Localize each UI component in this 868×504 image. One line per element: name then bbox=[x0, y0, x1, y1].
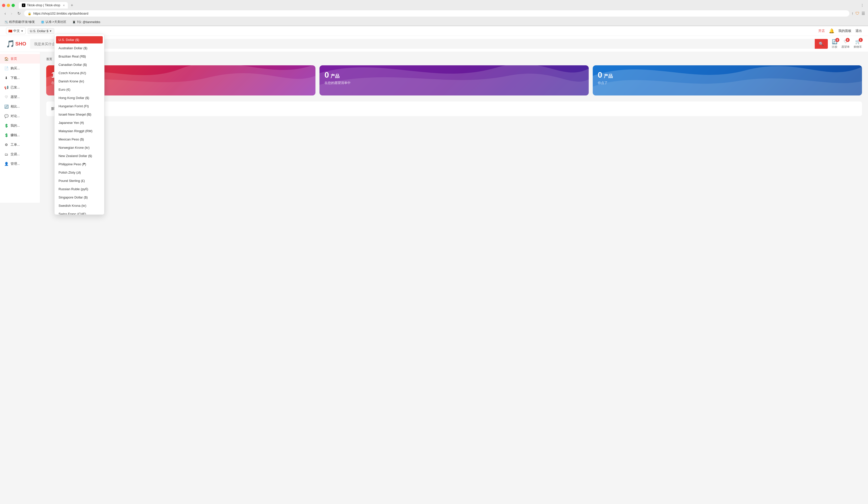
site-header-main: 🎵 SHO 🔍 🔄 0 比较 ♡ 0 愿望单 🛒 1 bbox=[0, 36, 868, 52]
open-store-link[interactable]: 开店 bbox=[818, 29, 825, 33]
language-selector[interactable]: 🇨🇳 中文 ▼ bbox=[6, 28, 25, 34]
sidebar-item-orders[interactable]: 📄 购买... bbox=[0, 64, 40, 73]
wishlist-label: 愿望单 bbox=[841, 45, 850, 49]
sidebar-item-earn[interactable]: 💲 赚钱... bbox=[0, 131, 40, 140]
currency-option-sek[interactable]: Swedish Krona (kr) bbox=[54, 202, 104, 203]
search-input[interactable] bbox=[30, 40, 815, 49]
sidebar-item-shipped[interactable]: 📢 已发... bbox=[0, 83, 40, 92]
sidebar-label-compare: 相比... bbox=[11, 104, 20, 109]
currency-option-pln[interactable]: Polish Zloty (zł) bbox=[54, 168, 104, 177]
header-right-links: 开店 🔔 我的面板 退出 bbox=[818, 28, 862, 34]
bookmark-favicon-3: 📱 bbox=[72, 20, 76, 24]
compare-action[interactable]: 🔄 0 比较 bbox=[832, 39, 837, 49]
bookmark-item-3[interactable]: 📱 TG: @tianmeibbs bbox=[71, 20, 102, 24]
tab-bar: T Tiktok-shop | Tiktok-shop ✕ + ⋮ bbox=[0, 0, 868, 9]
forward-button[interactable]: › bbox=[9, 10, 13, 17]
currency-option-cad[interactable]: Canadian Dollar ($) bbox=[54, 61, 104, 69]
cart-action[interactable]: 🛒 1 购物车 bbox=[854, 39, 862, 49]
currency-option-nok[interactable]: Norwegian Krone (kr) bbox=[54, 143, 104, 152]
logout-link[interactable]: 退出 bbox=[856, 29, 862, 33]
reviews-icon: 💬 bbox=[4, 114, 9, 118]
currency-chevron-icon: ▼ bbox=[50, 30, 52, 32]
cart-badge: 1 bbox=[859, 38, 863, 42]
currency-selector[interactable]: U.S. Dollar $ ▼ bbox=[28, 28, 54, 34]
currency-option-dkk[interactable]: Danish Krone (kr) bbox=[54, 77, 104, 85]
sidebar-item-downloads[interactable]: ⬇ 下载... bbox=[0, 73, 40, 83]
shield-icon[interactable]: 🛡 bbox=[856, 11, 859, 16]
window-controls bbox=[2, 4, 15, 7]
tools-icon: ⚙ bbox=[4, 143, 9, 147]
currency-option-ils[interactable]: Israeli New Sheqel (₪) bbox=[54, 110, 104, 119]
currency-option-usd[interactable]: U.S. Dollar ($) bbox=[56, 36, 103, 43]
sidebar-item-home[interactable]: 🏠 首页 bbox=[0, 54, 40, 64]
sidebar-label-orders: 购买... bbox=[11, 66, 20, 71]
breadcrumb: 首页 bbox=[46, 57, 862, 61]
currency-option-czk[interactable]: Czech Koruna (Kč) bbox=[54, 69, 104, 77]
currency-option-aud[interactable]: Australian Dollar ($) bbox=[54, 44, 104, 52]
sidebar-label-wishlist: 愿望... bbox=[11, 95, 20, 99]
main-content: 首页 1 产品 在您的购物车中 0 产品 bbox=[40, 52, 868, 203]
sidebar-item-reviews[interactable]: 💬 对论... bbox=[0, 111, 40, 121]
wishlist-action[interactable]: ♡ 0 愿望单 bbox=[841, 39, 850, 49]
compare-icon-wrapper: 🔄 0 bbox=[832, 39, 837, 44]
shipped-icon: 📢 bbox=[4, 85, 9, 90]
currency-option-huf[interactable]: Hungarian Forint (Ft) bbox=[54, 102, 104, 110]
cart-icon-wrapper: 🛒 1 bbox=[855, 39, 861, 44]
wave-decoration-purple bbox=[320, 65, 589, 95]
header-actions: 🔄 0 比较 ♡ 0 愿望单 🛒 1 购物车 bbox=[832, 39, 862, 49]
wave-decoration-blue bbox=[593, 65, 862, 95]
currency-option-gbp[interactable]: Pound Sterling (£) bbox=[54, 177, 104, 185]
share-button[interactable]: ↑ bbox=[851, 11, 854, 16]
wishlist-badge: 0 bbox=[846, 38, 850, 42]
currency-option-eur[interactable]: Euro (€) bbox=[54, 85, 104, 94]
currency-option-nzd[interactable]: New Zealand Dollar ($) bbox=[54, 152, 104, 160]
address-section: 默认送货地址 bbox=[46, 102, 862, 116]
bookmark-item-1[interactable]: 🔧 程序搭建/开发/修复 bbox=[3, 19, 37, 24]
sidebar-item-tools[interactable]: ⚙ 工单... bbox=[0, 140, 40, 150]
sidebar-item-compare[interactable]: 🔄 相比... bbox=[0, 102, 40, 111]
sidebar-item-account[interactable]: 👤 管理... bbox=[0, 159, 40, 168]
address-text[interactable]: https://shop102.timibbs.vip/dashboard bbox=[33, 12, 846, 15]
currency-option-myr[interactable]: Malaysian Ringgit (RM) bbox=[54, 127, 104, 135]
minimize-window-button[interactable] bbox=[7, 4, 10, 7]
currency-option-sgd[interactable]: Singapore Dollar ($) bbox=[54, 193, 104, 202]
extensions-button[interactable]: ☰ bbox=[861, 11, 865, 16]
sidebar-label-account: 管理... bbox=[11, 162, 20, 166]
back-button[interactable]: ‹ bbox=[3, 10, 7, 17]
new-tab-button[interactable]: + bbox=[69, 2, 75, 9]
currency-option-rub[interactable]: Russian Ruble (руб) bbox=[54, 185, 104, 193]
breadcrumb-home: 首页 bbox=[46, 57, 52, 61]
tab-close-icon[interactable]: ✕ bbox=[63, 4, 65, 7]
sidebar-item-transactions[interactable]: 🗂 交易... bbox=[0, 150, 40, 159]
wallet-icon: 💲 bbox=[4, 124, 9, 127]
lock-icon: 🔒 bbox=[28, 12, 31, 15]
reload-button[interactable]: ↻ bbox=[16, 10, 22, 17]
compare-label: 比较 bbox=[832, 45, 837, 49]
active-tab[interactable]: T Tiktok-shop | Tiktok-shop ✕ bbox=[19, 2, 68, 9]
bookmark-label-3: TG: @tianmeibbs bbox=[77, 20, 101, 24]
currency-option-jpy[interactable]: Japanese Yen (¥) bbox=[54, 119, 104, 127]
stat-card-wishlist: 0 产品 在您的愿望清单中 bbox=[320, 65, 589, 95]
bookmark-item-2[interactable]: 🌐 认准->天美社区 bbox=[39, 19, 68, 24]
stat-card-clicks: 0 产品 你点了 bbox=[593, 65, 862, 95]
sidebar-item-wallet[interactable]: 💲 我的... bbox=[0, 121, 40, 131]
compare-badge: 0 bbox=[835, 38, 839, 42]
sidebar-item-wishlist[interactable]: ♡ 愿望... bbox=[0, 92, 40, 102]
currency-option-mxn[interactable]: Mexican Peso ($) bbox=[54, 135, 104, 143]
bookmark-favicon-1: 🔧 bbox=[4, 20, 8, 24]
search-button[interactable]: 🔍 bbox=[815, 39, 828, 49]
currency-option-brl[interactable]: Brazilian Real (R$) bbox=[54, 52, 104, 61]
page-layout: 🏠 首页 📄 购买... ⬇ 下载... 📢 已发... ♡ 愿望... 🔄 相… bbox=[0, 52, 868, 203]
dashboard-link[interactable]: 我的面板 bbox=[838, 29, 851, 33]
notification-bell-icon[interactable]: 🔔 bbox=[829, 28, 834, 34]
browser-menu-icon[interactable]: ⋮ bbox=[858, 2, 866, 8]
currency-dropdown: U.S. Dollar ($) Australian Dollar ($) Br… bbox=[54, 34, 104, 203]
bookmark-favicon-2: 🌐 bbox=[41, 20, 44, 24]
currency-option-php[interactable]: Philippine Peso (₱) bbox=[54, 160, 104, 168]
close-window-button[interactable] bbox=[2, 4, 5, 7]
downloads-icon: ⬇ bbox=[4, 76, 9, 80]
account-icon: 👤 bbox=[4, 162, 9, 166]
maximize-window-button[interactable] bbox=[12, 4, 15, 7]
currency-option-hkd[interactable]: Hong Kong Dollar ($) bbox=[54, 94, 104, 102]
sidebar-label-reviews: 对论... bbox=[11, 114, 20, 119]
